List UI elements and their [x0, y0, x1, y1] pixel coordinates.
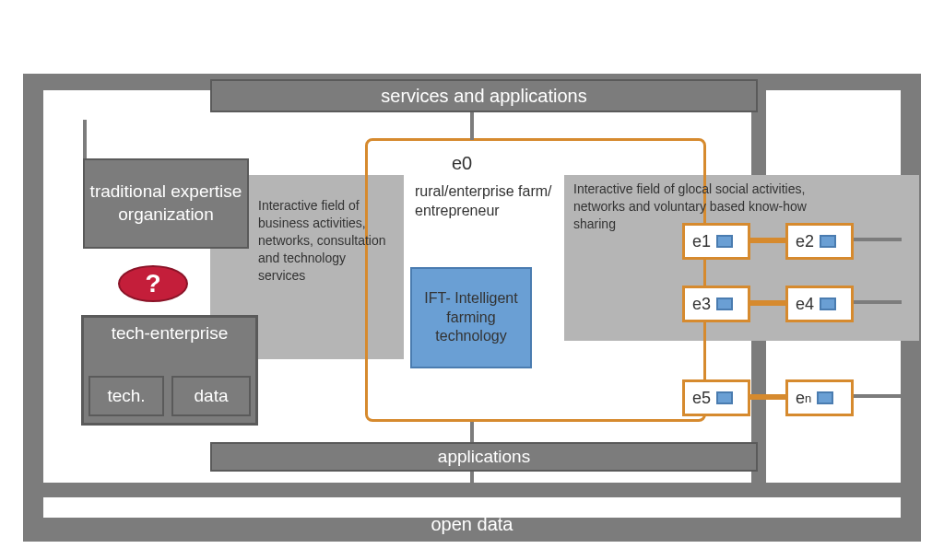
en-label-e: e	[796, 389, 805, 408]
connector	[854, 300, 902, 304]
e1-label: e1	[692, 232, 711, 251]
data-label: data	[195, 386, 229, 406]
e5-label: e5	[692, 389, 711, 408]
tech-box: tech.	[88, 376, 164, 416]
connector	[470, 112, 474, 140]
traditional-org-label: traditional expertise organization	[85, 181, 247, 226]
node-e2: e2	[785, 223, 854, 260]
monitor-icon	[817, 391, 833, 404]
connector-orange	[750, 394, 785, 400]
node-e3: e3	[682, 286, 750, 322]
services-bar: services and applications	[210, 79, 758, 112]
ift-box: IFT- Intelligent farming technology	[410, 267, 532, 368]
question-ellipse: ?	[118, 265, 188, 302]
data-box: data	[171, 376, 251, 416]
business-activities-text: Interactive field of business activities…	[258, 197, 396, 284]
rural-text: rural/enterprise farm/ entrepreneur	[415, 182, 553, 221]
frame-left	[23, 74, 43, 542]
services-label: services and applications	[381, 86, 586, 107]
monitor-icon	[716, 298, 733, 310]
monitor-icon	[716, 235, 733, 248]
e3-label: e3	[692, 295, 711, 314]
connector	[470, 422, 474, 442]
traditional-org-box: traditional expertise organization	[83, 158, 249, 249]
node-e1: e1	[682, 223, 750, 260]
node-e4: e4	[785, 286, 854, 322]
en-label-n: n	[805, 391, 811, 405]
applications-label: applications	[438, 447, 530, 467]
ift-label: IFT- Intelligent farming technology	[412, 289, 530, 346]
connector-orange	[750, 300, 785, 306]
tech-enterprise-label: tech-enterprise	[112, 323, 229, 344]
open-data-label: open data	[23, 514, 921, 535]
monitor-icon	[716, 391, 733, 404]
e2-label: e2	[796, 232, 814, 251]
node-en: en	[785, 379, 854, 416]
question-mark: ?	[145, 269, 160, 298]
monitor-icon	[820, 235, 836, 248]
tech-label: tech.	[107, 386, 145, 406]
applications-bar: applications	[210, 442, 758, 472]
connector	[854, 394, 902, 398]
frame-mid-bottom	[23, 483, 921, 497]
e0-label: e0	[452, 153, 472, 174]
monitor-icon	[820, 298, 836, 310]
e4-label: e4	[796, 295, 814, 314]
connector	[470, 472, 474, 484]
connector	[854, 238, 902, 241]
node-e5: e5	[682, 379, 750, 416]
connector	[83, 120, 87, 158]
connector-orange	[750, 238, 785, 243]
